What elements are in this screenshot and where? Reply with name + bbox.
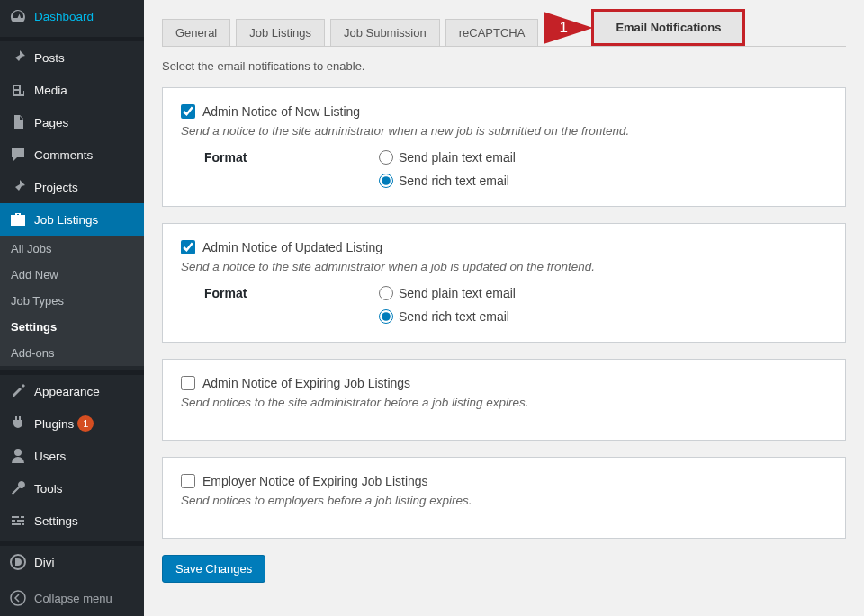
dashboard-icon (9, 7, 27, 25)
sidebar-item-tools[interactable]: Tools (0, 472, 144, 504)
notification-panel: Admin Notice of New ListingSend a notice… (162, 87, 846, 207)
sidebar-submenu: All Jobs Add New Job Types Settings Add-… (0, 236, 144, 366)
callout-arrow-icon: 1 (544, 12, 593, 44)
sidebar-item-appearance[interactable]: Appearance (0, 375, 144, 407)
format-row: FormatSend plain text emailSend rich tex… (181, 150, 827, 188)
sidebar-label: Dashboard (34, 10, 94, 23)
format-label: Format (181, 150, 379, 165)
enable-checkbox-row[interactable]: Employer Notice of Expiring Job Listings (181, 474, 827, 488)
sidebar-label: Users (34, 450, 66, 463)
pin-icon (9, 49, 27, 67)
main-content: General Job Listings Job Submission reCA… (144, 0, 864, 616)
sidebar-item-posts[interactable]: Posts (0, 41, 144, 74)
media-icon (9, 81, 27, 99)
sidebar-item-settings[interactable]: Settings (0, 504, 144, 537)
helper-text: Send a notice to the site administrator … (181, 124, 827, 138)
format-row: FormatSend plain text emailSend rich tex… (181, 286, 827, 324)
sidebar-label: Plugins (34, 417, 74, 431)
enable-checkbox[interactable] (181, 104, 195, 119)
enable-checkbox[interactable] (181, 474, 195, 488)
page-icon (9, 113, 27, 131)
radio-option[interactable]: Send rich text email (379, 174, 516, 188)
notification-panel: Admin Notice of Updated ListingSend a no… (162, 223, 846, 343)
radio-option[interactable]: Send plain text email (379, 286, 516, 300)
sidebar-item-divi[interactable]: Divi (0, 546, 144, 578)
sidebar-item-pages[interactable]: Pages (0, 106, 144, 138)
callout-number: 1 (559, 19, 567, 37)
notification-panel: Employer Notice of Expiring Job Listings… (162, 457, 846, 539)
sidebar-item-plugins[interactable]: Plugins 1 (0, 407, 144, 440)
submenu-addons[interactable]: Add-ons (0, 340, 144, 366)
tab-job-listings[interactable]: Job Listings (236, 19, 325, 46)
radio-input[interactable] (379, 309, 393, 324)
tab-general[interactable]: General (162, 19, 230, 46)
submenu-all-jobs[interactable]: All Jobs (0, 236, 144, 262)
save-changes-button[interactable]: Save Changes (162, 555, 266, 583)
tab-email-notifications[interactable]: Email Notifications (591, 9, 745, 46)
checkbox-label: Admin Notice of New Listing (202, 104, 360, 119)
svg-point-1 (11, 591, 25, 605)
submenu-add-new[interactable]: Add New (0, 262, 144, 288)
radio-label: Send rich text email (399, 174, 509, 188)
radio-label: Send plain text email (399, 286, 516, 300)
sidebar-label: Settings (34, 514, 78, 528)
sidebar-label: Projects (34, 181, 78, 194)
sidebar-label: Posts (34, 51, 65, 65)
enable-checkbox-row[interactable]: Admin Notice of Updated Listing (181, 240, 827, 254)
format-label: Format (181, 286, 379, 300)
pin-icon (9, 178, 27, 196)
user-icon (9, 447, 27, 465)
collapse-menu-button[interactable]: Collapse menu (0, 580, 144, 616)
checkbox-label: Employer Notice of Expiring Job Listings (202, 474, 428, 488)
wrench-icon (9, 479, 27, 497)
page-intro-text: Select the email notifications to enable… (162, 59, 846, 73)
comment-icon (9, 146, 27, 164)
plug-icon (9, 415, 27, 433)
sidebar-item-projects[interactable]: Projects (0, 171, 144, 203)
sidebar-label: Tools (34, 482, 63, 495)
sidebar-item-dashboard[interactable]: Dashboard (0, 0, 144, 32)
radio-input[interactable] (379, 286, 393, 300)
tab-job-submission[interactable]: Job Submission (330, 19, 440, 46)
brush-icon (9, 382, 27, 400)
enable-checkbox-row[interactable]: Admin Notice of Expiring Job Listings (181, 376, 827, 390)
notification-panel: Admin Notice of Expiring Job ListingsSen… (162, 359, 846, 441)
sidebar-label: Pages (34, 116, 68, 129)
sidebar-label: Appearance (34, 385, 100, 398)
helper-text: Send notices to employers before a job l… (181, 494, 827, 507)
callout-pointer-wrap: 1 Email Notifications (544, 9, 745, 46)
sidebar-label: Media (34, 84, 68, 97)
radio-label: Send rich text email (399, 309, 509, 324)
radio-option[interactable]: Send plain text email (379, 150, 516, 165)
radio-input[interactable] (379, 150, 393, 165)
enable-checkbox[interactable] (181, 240, 195, 254)
sliders-icon (9, 512, 27, 530)
radio-label: Send plain text email (399, 150, 516, 165)
checkbox-label: Admin Notice of Expiring Job Listings (202, 376, 410, 390)
sidebar-item-comments[interactable]: Comments (0, 138, 144, 171)
sidebar-item-media[interactable]: Media (0, 74, 144, 106)
enable-checkbox-row[interactable]: Admin Notice of New Listing (181, 104, 827, 119)
sidebar-label: Comments (34, 148, 93, 162)
submenu-settings[interactable]: Settings (0, 314, 144, 340)
submenu-job-types[interactable]: Job Types (0, 288, 144, 314)
radio-option[interactable]: Send rich text email (379, 309, 516, 324)
sidebar-item-users[interactable]: Users (0, 440, 144, 472)
checkbox-label: Admin Notice of Updated Listing (202, 240, 382, 254)
helper-text: Send a notice to the site administrator … (181, 260, 827, 273)
admin-sidebar: Dashboard Posts Media Pages Comments Pro… (0, 0, 144, 616)
format-radio-group: Send plain text emailSend rich text emai… (379, 286, 516, 324)
update-badge: 1 (77, 415, 94, 432)
radio-input[interactable] (379, 174, 393, 188)
tab-recaptcha[interactable]: reCAPTCHA (446, 19, 539, 46)
sidebar-item-job-listings[interactable]: Job Listings (0, 203, 144, 236)
sidebar-label: Job Listings (34, 213, 98, 227)
enable-checkbox[interactable] (181, 376, 195, 390)
collapse-label: Collapse menu (34, 592, 112, 605)
collapse-icon (9, 589, 27, 607)
settings-tabs: General Job Listings Job Submission reCA… (162, 9, 846, 47)
sidebar-label: Divi (34, 556, 55, 569)
format-radio-group: Send plain text emailSend rich text emai… (379, 150, 516, 188)
briefcase-icon (9, 210, 27, 228)
divi-icon (9, 553, 27, 571)
